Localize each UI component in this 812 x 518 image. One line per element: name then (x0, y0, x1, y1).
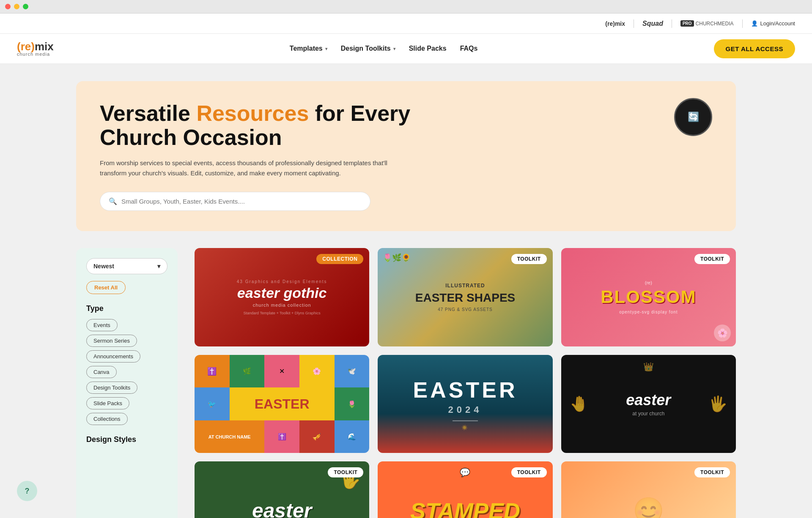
minimize-button[interactable] (14, 4, 19, 9)
divider-3 (742, 19, 743, 28)
filter-sermon-series[interactable]: Sermon Series (86, 335, 137, 347)
reset-all-button[interactable]: Reset All (86, 281, 126, 294)
brand-logos: (re)mix Squad PRO CHURCHMEDIA 👤 Login/Ac… (605, 19, 795, 28)
nav-templates[interactable]: Templates ▾ (290, 45, 327, 52)
remix-topbar-logo[interactable]: (re)mix (605, 20, 625, 27)
pro-badge: PRO (680, 20, 694, 27)
filter-design-toolkits[interactable]: Design Toolkits (86, 382, 137, 394)
question-mark-icon: ? (25, 487, 30, 496)
cards-grid: 43 Graphics and Design Elements easter g… (195, 248, 736, 518)
main-grid-area: 43 Graphics and Design Elements easter g… (195, 248, 736, 518)
card-collection-text: 43 Graphics and Design Elements (237, 279, 327, 284)
card-easter-text: easter (626, 391, 671, 409)
mosaic-cell-8: 🌷 (335, 387, 370, 420)
filter-announcements[interactable]: Announcements (86, 350, 140, 363)
card-easter-gothic[interactable]: 43 Graphics and Design Elements easter g… (195, 248, 369, 346)
card-easter-2024[interactable]: EASTER 2024 ☀️ (378, 355, 552, 453)
nav-slide-packs[interactable]: Slide Packs (409, 45, 447, 52)
mosaic-cell-1: ✝️ (195, 355, 230, 387)
mosaic-cell-11: 🎺 (299, 420, 335, 453)
filter-events[interactable]: Events (86, 319, 118, 331)
fullscreen-button[interactable] (23, 4, 28, 9)
card-at-church: at your church (632, 411, 664, 417)
card-stamped[interactable]: 💬 STAMPED TOOLKIT (378, 461, 552, 518)
card-easter-2024-title: EASTER (413, 377, 518, 403)
nav-design-toolkits[interactable]: Design Toolkits ▾ (341, 45, 395, 52)
card-blossom-title: BLOSSOM (601, 287, 696, 307)
card-stamped-title: STAMPED (410, 498, 520, 518)
card-year: 2024 (448, 404, 483, 415)
card-easter-dark[interactable]: 🤚 easter at your church 🖐️ 👑 (561, 355, 736, 453)
mosaic-cell-5: 🕊️ (335, 355, 370, 387)
mosaic-cell-12: 🌊 (335, 420, 370, 453)
squad-logo[interactable]: Squad (642, 20, 663, 27)
hero-section: Versatile Resources for Every Church Occ… (76, 81, 736, 231)
card-badge: COLLECTION (316, 254, 363, 264)
mosaic-cell-4: 🌸 (299, 355, 335, 387)
card-hand-green: 🤚 (570, 395, 589, 413)
card-easter-hands[interactable]: 🙌 easter 🖐️ TOOLKIT (195, 461, 369, 518)
card-badge: TOOLKIT (511, 254, 547, 264)
card-easter-hands-title: easter (252, 499, 312, 518)
hero-search-bar[interactable]: 🔍 (100, 192, 370, 211)
design-styles-heading: Design Styles (86, 435, 167, 444)
card-divider (453, 420, 478, 421)
hero-title-highlight: Resources (196, 101, 309, 125)
logo-mix: mix (35, 40, 54, 53)
logo-sub: church media (17, 52, 54, 57)
card-flower-icon: 🌸 (714, 324, 731, 341)
churchmedia-label: CHURCHMEDIA (696, 21, 734, 27)
pro-churchmedia[interactable]: PRO CHURCHMEDIA (680, 20, 734, 27)
card-note: Standard Template + Toolkit + Dlyns Grap… (244, 311, 321, 315)
card-happy-people[interactable]: 😊 HappyPeople. TOOLKIT (561, 461, 736, 518)
card-illustrated-label: ILLUSTRATED (445, 283, 485, 289)
search-input[interactable] (121, 198, 362, 205)
main-nav: (re)mix church media Templates ▾ Design … (0, 34, 812, 64)
hero-description: From worship services to special events,… (100, 158, 396, 178)
card-sun-icon: ☀️ (461, 425, 469, 431)
card-crown-icon: 👑 (643, 362, 654, 372)
card-decorative-icons: 🌷🌿🌻 (383, 253, 411, 262)
filter-tags: Events Sermon Series Announcements Canva… (86, 319, 167, 425)
card-easter-shapes[interactable]: ILLUSTRATED EASTER SHAPES 47 PNG & SVG A… (378, 248, 552, 346)
divider-1 (634, 19, 634, 28)
logo-paren-open: (re) (17, 40, 35, 53)
card-subtitle: 47 PNG & SVG ASSETS (438, 307, 493, 312)
mosaic-cell-3: ✕ (264, 355, 299, 387)
sort-label: Newest (93, 263, 114, 270)
card-badge: TOOLKIT (328, 467, 363, 477)
logo-text: (re)mix (17, 41, 54, 52)
card-hand-red: 🖐️ (708, 395, 727, 413)
card-badge: TOOLKIT (694, 467, 730, 477)
card-blossom[interactable]: (re) BLOSSOM opentype-svg display font 🌸… (561, 248, 736, 346)
help-button[interactable]: ? (17, 481, 37, 501)
card-blossom-sub: opentype-svg display font (619, 310, 678, 314)
card-subtitle: church media collection (253, 303, 311, 308)
filter-collections[interactable]: Collections (86, 413, 128, 425)
chevron-down-icon: ▾ (393, 46, 395, 51)
sort-chevron-icon: ▾ (157, 263, 160, 270)
card-easter-mosaic[interactable]: ✝️ 🌿 ✕ 🌸 🕊️ 🐦 EASTER 🌷 AT CHURCH NAME ✝️… (195, 355, 369, 453)
filter-canva[interactable]: Canva (86, 366, 117, 378)
hero-title-plain: Versatile (100, 101, 196, 125)
mosaic-subtitle: AT CHURCH NAME (195, 420, 264, 453)
chevron-down-icon: ▾ (325, 46, 327, 51)
sort-dropdown[interactable]: Newest ▾ (86, 258, 167, 274)
sidebar: Newest ▾ Reset All Type Events Sermon Se… (76, 248, 178, 518)
content-area: Newest ▾ Reset All Type Events Sermon Se… (0, 231, 812, 518)
user-icon: 👤 (751, 20, 758, 27)
get-all-access-button[interactable]: GET ALL ACCESS (714, 39, 795, 58)
login-button[interactable]: 👤 Login/Account (751, 20, 795, 27)
search-icon: 🔍 (109, 197, 117, 205)
mosaic-cell-6: 🐦 (195, 387, 230, 420)
card-badge: TOOLKIT (694, 254, 730, 264)
mosaic-easter-text: EASTER (230, 387, 335, 420)
nav-faqs[interactable]: FAQs (460, 45, 478, 52)
close-button[interactable] (5, 4, 11, 9)
nav-logo[interactable]: (re)mix church media (17, 41, 54, 57)
mosaic-cell-10: ✝️ (264, 420, 299, 453)
type-heading: Type (86, 304, 167, 313)
card-badge: TOOLKIT (511, 467, 547, 477)
card-title: easter gothic (237, 286, 327, 300)
filter-slide-packs[interactable]: Slide Packs (86, 397, 129, 409)
